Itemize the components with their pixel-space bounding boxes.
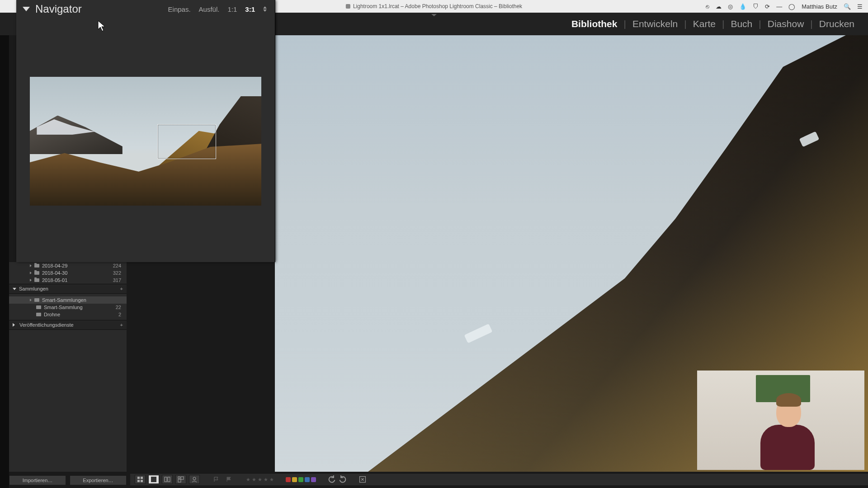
navigator-collapse-triangle[interactable] — [23, 7, 30, 11]
collections-section-label: Sammlungen — [19, 286, 48, 291]
chevron-right-icon[interactable] — [30, 264, 32, 267]
collection-row[interactable]: Smart-Sammlungen — [9, 296, 127, 304]
folder-row[interactable]: 2018-04-30 322 — [9, 269, 127, 277]
chevron-up-icon[interactable] — [263, 6, 267, 9]
color-label-blue[interactable] — [305, 477, 310, 482]
publish-section-label: Veröffentlichungsdienste — [19, 322, 74, 328]
collections-section-header[interactable]: Sammlungen + — [9, 284, 127, 294]
bottom-toolbar: ★ ★ ★ ★ ★ — [130, 473, 868, 485]
zoom-ratio[interactable]: 3:1 — [245, 5, 255, 13]
zoom-ratio-stepper[interactable] — [263, 6, 267, 12]
module-bibliothek[interactable]: Bibliothek — [571, 19, 618, 29]
eye-icon[interactable]: ◎ — [728, 3, 733, 10]
rotate-cw-button[interactable] — [339, 475, 347, 483]
zoom-1to1[interactable]: 1:1 — [227, 5, 237, 13]
svg-rect-8 — [181, 477, 184, 479]
folder-count: 224 — [113, 263, 127, 268]
refresh-icon[interactable]: ⟳ — [765, 3, 770, 10]
dash-icon[interactable]: — — [776, 3, 782, 10]
chevron-down-icon[interactable] — [13, 288, 16, 290]
color-label-green[interactable] — [298, 477, 303, 482]
collection-row[interactable]: Smart-Sammlung 22 — [9, 304, 127, 311]
collection-name: Smart-Sammlung — [44, 305, 83, 310]
color-label-yellow[interactable] — [292, 477, 297, 482]
module-buch[interactable]: Buch — [731, 19, 752, 29]
module-sep: | — [722, 19, 724, 29]
doc-icon — [346, 4, 350, 9]
chevron-right-icon[interactable] — [30, 272, 32, 274]
module-drucken[interactable]: Drucken — [819, 19, 854, 29]
window-title-area: Lightroom 1x1.lrcat – Adobe Photoshop Li… — [346, 3, 522, 9]
svg-rect-7 — [178, 477, 180, 479]
star-icon[interactable]: ★ — [258, 477, 262, 483]
folder-row[interactable]: 2018-05-01 317 — [9, 277, 127, 284]
publish-section-header[interactable]: Veröffentlichungsdienste + — [9, 320, 127, 330]
webcam-overlay — [697, 371, 864, 470]
smart-collection-icon — [36, 305, 41, 309]
user-name[interactable]: Matthias Butz — [802, 3, 837, 10]
module-entwickeln[interactable]: Entwickeln — [632, 19, 678, 29]
rotate-ccw-button[interactable] — [328, 475, 336, 483]
star-icon[interactable]: ★ — [264, 477, 268, 483]
view-loupe-button[interactable] — [148, 475, 159, 484]
svg-point-10 — [193, 477, 196, 480]
zoom-fit[interactable]: Einpas. — [168, 5, 191, 13]
module-sep: | — [759, 19, 761, 29]
navigator-viewport-rect[interactable] — [157, 124, 216, 159]
folder-name: 2018-04-30 — [42, 270, 67, 276]
add-publish-button[interactable]: + — [120, 322, 123, 328]
folder-name: 2018-04-29 — [42, 263, 67, 268]
add-collection-button[interactable]: + — [120, 286, 123, 291]
zoom-fill[interactable]: Ausfül. — [199, 5, 220, 13]
view-people-button[interactable] — [189, 475, 200, 484]
chevron-right-icon[interactable] — [13, 323, 17, 327]
view-grid-button[interactable] — [135, 475, 146, 484]
folder-icon — [34, 264, 39, 267]
folder-row[interactable]: 2018-04-29 224 — [9, 262, 127, 269]
collection-name: Drohne — [44, 312, 60, 317]
left-catalog-panel: 2018-04-29 224 2018-04-30 322 2018-05-01… — [9, 262, 127, 472]
module-sep: | — [684, 19, 686, 29]
flag-pick-button[interactable] — [212, 475, 222, 483]
top-panel-collapse-chevron[interactable] — [425, 13, 443, 17]
chevron-right-icon[interactable] — [30, 299, 32, 301]
collection-count: 2 — [118, 312, 127, 317]
view-compare-button[interactable] — [162, 475, 173, 484]
view-survey-button[interactable] — [175, 475, 186, 484]
import-button[interactable]: Importieren… — [9, 475, 66, 485]
cloud-icon[interactable]: ☁ — [716, 3, 722, 10]
collection-name: Smart-Sammlungen — [42, 297, 86, 303]
star-icon[interactable]: ★ — [252, 477, 256, 483]
navigator-title: Navigator — [35, 3, 82, 15]
collection-row[interactable]: Drohne 2 — [9, 311, 127, 318]
navigator-thumbnail[interactable] — [30, 77, 261, 206]
sync-button[interactable] — [359, 475, 367, 483]
search-icon[interactable]: 🔍 — [844, 3, 851, 10]
cursor-icon — [98, 20, 106, 32]
circle-icon[interactable]: ◯ — [788, 3, 795, 10]
tool-icon[interactable]: ⎋ — [706, 3, 709, 10]
chevron-right-icon[interactable] — [30, 279, 32, 282]
svg-rect-4 — [151, 477, 156, 482]
color-label-purple[interactable] — [311, 477, 316, 482]
menu-icons-right: ⎋ ☁ ◎ 💧 ⛉ ⟳ — ◯ Matthias Butz 🔍 ☰ — [706, 3, 863, 10]
module-karte[interactable]: Karte — [693, 19, 716, 29]
module-diashow[interactable]: Diashow — [768, 19, 804, 29]
menu-hamburger-icon[interactable]: ☰ — [857, 3, 863, 10]
navigator-panel: Navigator Einpas. Ausfül. 1:1 3:1 — [16, 0, 275, 262]
star-icon[interactable]: ★ — [269, 477, 274, 483]
star-icon[interactable]: ★ — [246, 477, 250, 483]
flag-reject-button[interactable] — [224, 475, 234, 483]
color-label-red[interactable] — [286, 477, 291, 482]
drop-icon[interactable]: 💧 — [739, 3, 746, 10]
navigator-thumbnail-image — [30, 77, 261, 206]
rating-stars[interactable]: ★ ★ ★ ★ ★ — [246, 477, 274, 483]
chevron-down-icon[interactable] — [263, 9, 267, 12]
svg-rect-6 — [168, 477, 170, 482]
export-button[interactable]: Exportieren… — [70, 475, 127, 485]
window-title: Lightroom 1x1.lrcat – Adobe Photoshop Li… — [353, 3, 522, 9]
svg-rect-3 — [141, 480, 143, 482]
left-bottom-buttons: Importieren… Exportieren… — [9, 475, 127, 485]
svg-rect-0 — [137, 477, 140, 479]
shield-icon[interactable]: ⛉ — [753, 3, 759, 10]
